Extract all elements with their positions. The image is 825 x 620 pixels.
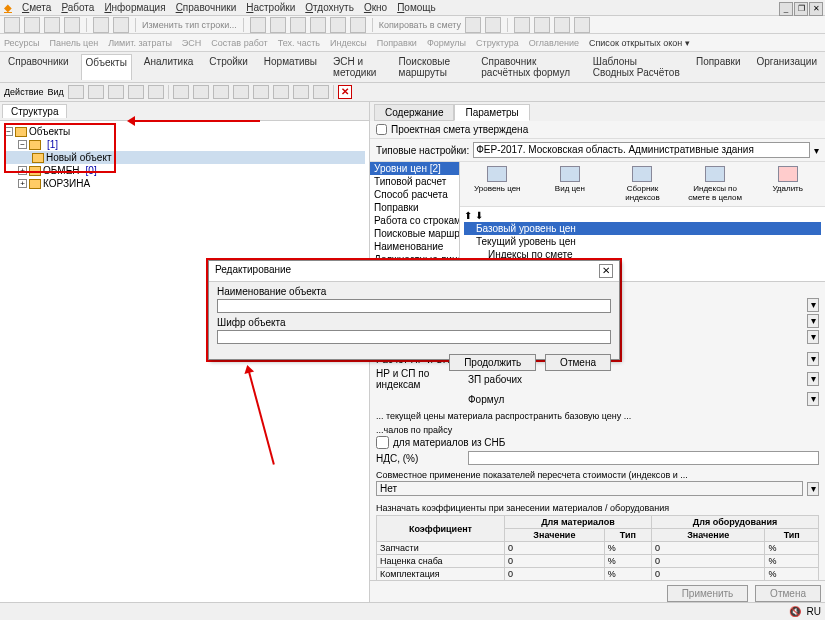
cat-item[interactable]: Способ расчета xyxy=(370,188,459,201)
cat-item-price-levels[interactable]: Уровни цен [2] xyxy=(370,162,459,175)
tool-button[interactable] xyxy=(253,85,269,99)
action-label[interactable]: Действие xyxy=(4,87,44,97)
tool-button[interactable] xyxy=(68,85,84,99)
arrow-up-icon[interactable]: ⬆ ⬇ xyxy=(464,209,821,222)
tool-button[interactable] xyxy=(313,85,329,99)
tab-references[interactable]: Справочники xyxy=(4,54,73,80)
link-item[interactable]: Индексы xyxy=(330,38,367,48)
close-icon[interactable]: ✕ xyxy=(809,2,823,16)
menu-item[interactable]: Справочники xyxy=(176,2,237,13)
tool-button[interactable] xyxy=(108,85,124,99)
cat-item[interactable]: Типовой расчет xyxy=(370,175,459,188)
cancel-button[interactable]: Отмена xyxy=(755,585,821,602)
tool-button[interactable] xyxy=(290,17,306,33)
link-item[interactable]: Формулы xyxy=(427,38,466,48)
link-item[interactable]: Состав работ xyxy=(211,38,267,48)
approved-checkbox[interactable] xyxy=(376,124,387,135)
tab-builds[interactable]: Стройки xyxy=(205,54,251,80)
tab-objects[interactable]: Объекты xyxy=(81,54,132,80)
tool-button[interactable] xyxy=(88,85,104,99)
close-tab-button[interactable]: ✕ xyxy=(338,85,352,99)
cat-item[interactable]: Наименование xyxy=(370,240,459,253)
chevron-down-icon[interactable]: ▾ xyxy=(807,372,819,386)
cancel-button[interactable]: Отмена xyxy=(545,354,611,371)
object-code-input[interactable] xyxy=(217,330,611,344)
tool-button[interactable] xyxy=(233,85,249,99)
level-current[interactable]: Текущий уровень цен xyxy=(464,235,821,248)
open-windows-dropdown[interactable]: Список открытых окон ▾ xyxy=(589,38,690,48)
tool-button[interactable] xyxy=(128,85,144,99)
close-icon[interactable]: ✕ xyxy=(599,264,613,278)
tool-button[interactable] xyxy=(273,85,289,99)
language-indicator[interactable]: RU xyxy=(807,606,821,617)
tab-content[interactable]: Содержание xyxy=(374,104,454,121)
tab-formulas[interactable]: Справочник расчётных формул xyxy=(477,54,580,80)
menu-item[interactable]: Информация xyxy=(104,2,165,13)
btn-price-type[interactable]: Вид цен xyxy=(535,164,606,204)
link-item[interactable]: Ресурсы xyxy=(4,38,40,48)
chevron-down-icon[interactable]: ▾ xyxy=(807,482,819,496)
link-item[interactable]: Лимит. затраты xyxy=(108,38,172,48)
tool-button[interactable] xyxy=(193,85,209,99)
menu-item[interactable]: Смета xyxy=(22,2,51,13)
tool-button[interactable] xyxy=(250,17,266,33)
tool-button[interactable] xyxy=(148,85,164,99)
preset-select[interactable]: ФЕР-2017. Московская область. Администра… xyxy=(473,142,810,158)
tab-esn[interactable]: ЭСН и методики xyxy=(329,54,387,80)
level-base[interactable]: Базовый уровень цен xyxy=(464,222,821,235)
tool-button[interactable] xyxy=(574,17,590,33)
chevron-down-icon[interactable]: ▾ xyxy=(807,392,819,406)
chevron-down-icon[interactable]: ▾ xyxy=(807,314,819,328)
view-label[interactable]: Вид xyxy=(48,87,64,97)
link-item[interactable]: ЭСН xyxy=(182,38,201,48)
cat-item[interactable]: Поправки xyxy=(370,201,459,214)
object-name-input[interactable] xyxy=(217,299,611,313)
restore-icon[interactable]: ❐ xyxy=(794,2,808,16)
tab-norms[interactable]: Нормативы xyxy=(260,54,321,80)
menu-item[interactable]: Помощь xyxy=(397,2,436,13)
val-formula[interactable]: Формул xyxy=(468,394,803,405)
tool-button[interactable] xyxy=(554,17,570,33)
tool-button[interactable] xyxy=(113,17,129,33)
link-item[interactable]: Панель цен xyxy=(50,38,99,48)
tool-button[interactable] xyxy=(44,17,60,33)
tool-button[interactable] xyxy=(330,17,346,33)
nds-input[interactable] xyxy=(468,451,819,465)
mute-icon[interactable]: 🔇 xyxy=(789,606,801,617)
tab-corrections[interactable]: Поправки xyxy=(692,54,745,80)
menu-item[interactable]: Отдохнуть xyxy=(305,2,354,13)
expand-icon[interactable]: + xyxy=(18,179,27,188)
tool-button[interactable] xyxy=(350,17,366,33)
link-item[interactable]: Поправки xyxy=(377,38,417,48)
tab-orgs[interactable]: Организации xyxy=(753,54,821,80)
tool-button[interactable] xyxy=(93,17,109,33)
tool-button[interactable] xyxy=(465,17,481,33)
chevron-down-icon[interactable]: ▾ xyxy=(807,298,819,312)
apply-button[interactable]: Применить xyxy=(667,585,749,602)
tab-templates[interactable]: Шаблоны Сводных Расчётов xyxy=(589,54,684,80)
menu-item[interactable]: Окно xyxy=(364,2,387,13)
link-item[interactable]: Оглавление xyxy=(529,38,579,48)
structure-tab[interactable]: Структура xyxy=(2,104,67,118)
tab-analytics[interactable]: Аналитика xyxy=(140,54,198,80)
btn-price-level[interactable]: Уровень цен xyxy=(462,164,533,204)
joint-select[interactable]: Нет xyxy=(376,481,803,496)
link-item[interactable]: Тех. часть xyxy=(278,38,320,48)
tool-button[interactable] xyxy=(213,85,229,99)
cat-item[interactable]: Работа со строками xyxy=(370,214,459,227)
link-item[interactable]: Структура xyxy=(476,38,519,48)
tool-button[interactable] xyxy=(534,17,550,33)
btn-estimate-indices[interactable]: Индексы по смете в целом xyxy=(680,164,751,204)
tool-button[interactable] xyxy=(270,17,286,33)
cat-item[interactable]: Поисковые маршруты xyxy=(370,227,459,240)
tool-button[interactable] xyxy=(310,17,326,33)
btn-delete[interactable]: Удалить xyxy=(752,164,823,204)
tool-button[interactable] xyxy=(24,17,40,33)
tool-button[interactable] xyxy=(64,17,80,33)
chevron-down-icon[interactable]: ▾ xyxy=(814,145,819,156)
tool-button[interactable] xyxy=(514,17,530,33)
tool-button[interactable] xyxy=(293,85,309,99)
tree-node-trash[interactable]: + КОРЗИНА xyxy=(4,177,365,190)
tool-button[interactable] xyxy=(4,17,20,33)
tab-search-routes[interactable]: Поисковые маршруты xyxy=(395,54,470,80)
